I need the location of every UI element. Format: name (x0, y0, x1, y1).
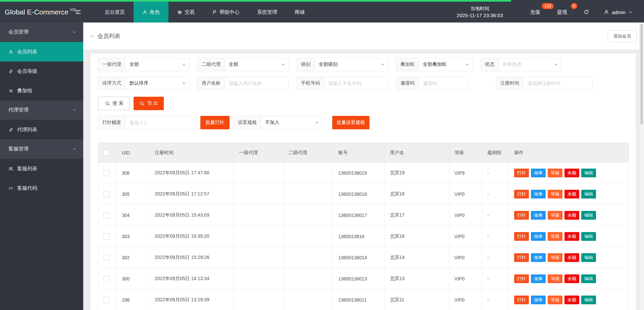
edit-button[interactable]: 编辑 (581, 274, 596, 283)
order-button[interactable]: 做单 (531, 253, 546, 262)
level-button[interactable]: 等级 (548, 211, 562, 220)
cell-rule-group: - (482, 184, 509, 205)
content-area: 一级代理全部二级代理全部级别全部级别叠加组全部叠加组状态所有状态 排序方式默认排… (83, 49, 644, 310)
table-row: 3042022年09月05日 15:43:0913600136017北冥17VI… (98, 205, 629, 226)
filter-group: 手机号码 (297, 77, 388, 90)
balance-button[interactable]: 余额 (564, 232, 579, 241)
add-member-button[interactable]: 添加会员 (608, 30, 637, 42)
edit-button[interactable]: 编辑 (581, 190, 596, 198)
search-button[interactable]: 搜 索 (98, 97, 130, 110)
level-button[interactable]: 等级 (548, 190, 562, 198)
page-scrollbar[interactable] (639, 23, 644, 310)
sidebar-item[interactable]: 叠加组 (0, 81, 83, 100)
nav-item[interactable]: 帮助中心 (203, 2, 248, 23)
balance-button[interactable]: 余额 (564, 169, 579, 177)
filter-label: 手机号码 (297, 77, 324, 90)
row-checkbox[interactable] (103, 170, 109, 176)
sidebar-item[interactable]: 代理列表 (0, 120, 83, 139)
caret-down-icon (282, 64, 285, 66)
needle-button[interactable]: 打针 (514, 190, 529, 198)
edit-button[interactable]: 编辑 (581, 232, 596, 241)
order-button[interactable]: 做单 (531, 169, 546, 177)
filter-label: 排序方式 (98, 77, 126, 90)
export-button[interactable]: 导 出 (134, 97, 164, 110)
scrollbar-thumb[interactable] (640, 24, 643, 125)
level-button[interactable]: 等级 (548, 253, 562, 262)
filter-input[interactable] (324, 77, 388, 90)
sidebar-item[interactable]: 会员等级 (0, 61, 83, 81)
needle-button[interactable]: 打针 (514, 296, 529, 304)
needle-button[interactable]: 打针 (514, 253, 529, 262)
edit-button[interactable]: 编辑 (581, 211, 596, 220)
order-button[interactable]: 做单 (531, 296, 546, 304)
column-header: 账号 (333, 143, 385, 163)
sidebar-group-header[interactable]: 代理管理 (0, 100, 83, 120)
balance-button[interactable]: 余额 (564, 190, 579, 198)
recharge-button[interactable]: 充值 133 (522, 2, 548, 23)
nav-item[interactable]: 商城 (286, 2, 313, 23)
user-menu[interactable]: admin (597, 2, 639, 23)
balance-button[interactable]: 余额 (564, 211, 579, 220)
nav-item[interactable]: 交易 (168, 2, 203, 23)
row-checkbox[interactable] (103, 233, 109, 239)
filter-select[interactable]: 全部 (126, 58, 189, 71)
needle-button[interactable]: 打针 (514, 169, 529, 177)
balance-button[interactable]: 余额 (564, 274, 579, 283)
cell-account: 13600136018 (333, 184, 385, 205)
row-checkbox[interactable] (103, 212, 109, 218)
batch-needle-button[interactable]: 批量打针 (200, 116, 230, 129)
filter-select[interactable]: 所有状态 (499, 58, 561, 71)
balance-button[interactable]: 余额 (564, 296, 579, 304)
caret-down-icon (182, 64, 186, 66)
edit-button[interactable]: 编辑 (581, 296, 596, 304)
batch-spec-button[interactable]: 批量设置规格 (332, 116, 369, 129)
sidebar-item[interactable]: 客服代码 (0, 178, 83, 198)
cell-level: VIP0 (449, 247, 482, 268)
sidebar-group-header[interactable]: 会员管理 (0, 23, 83, 42)
filter-input[interactable] (225, 77, 288, 90)
balance-button[interactable]: 余额 (564, 253, 579, 262)
filter-input[interactable] (524, 77, 592, 90)
filter-group: 叠加组全部叠加组 (396, 58, 473, 71)
edit-button[interactable]: 编辑 (581, 169, 596, 177)
nav-item[interactable]: 后台首页 (96, 2, 134, 23)
needle-button[interactable]: 打针 (514, 232, 529, 241)
needle-amplitude-input[interactable] (126, 116, 196, 129)
refresh-button[interactable] (575, 2, 597, 23)
filter-label: 邀请码 (396, 77, 419, 90)
edit-button[interactable]: 编辑 (581, 253, 596, 262)
sidebar-item[interactable]: 客服列表 (0, 159, 83, 178)
sidebar-toggle-button[interactable] (69, 2, 88, 23)
sidebar-item[interactable]: 会员列表 (0, 42, 83, 61)
order-button[interactable]: 做单 (531, 211, 546, 220)
cell-agent1 (234, 290, 283, 310)
filter-select[interactable]: 全部叠加组 (419, 58, 472, 71)
nav-item[interactable]: 系统管理 (248, 2, 286, 23)
cell-reg-time: 2022年09月05日 17:12:57 (150, 184, 234, 205)
spec-select[interactable]: 不加入 (261, 116, 322, 129)
row-checkbox[interactable] (103, 255, 109, 261)
select-all-checkbox[interactable] (103, 150, 109, 156)
filter-select[interactable]: 全部 (225, 58, 288, 71)
row-checkbox[interactable] (103, 297, 109, 303)
level-button[interactable]: 等级 (548, 232, 562, 241)
level-button[interactable]: 等级 (548, 274, 562, 283)
needle-button[interactable]: 打针 (514, 211, 529, 220)
sidebar-group-header[interactable]: 客服管理 (0, 139, 83, 159)
level-button[interactable]: 等级 (548, 296, 562, 304)
nav-item[interactable]: 角色 (134, 2, 168, 23)
needle-button[interactable]: 打针 (514, 274, 529, 283)
filter-input[interactable] (419, 77, 468, 90)
row-checkbox[interactable] (103, 276, 109, 282)
order-button[interactable]: 做单 (531, 232, 546, 241)
filter-select-value: 全部 (229, 61, 238, 68)
order-button[interactable]: 做单 (531, 190, 546, 198)
nav-item-label: 商城 (295, 9, 305, 15)
level-button[interactable]: 等级 (548, 169, 562, 177)
filter-select[interactable]: 全部级别 (315, 58, 388, 71)
filter-select[interactable]: 默认排序 (126, 77, 189, 90)
order-button[interactable]: 做单 (531, 274, 546, 283)
flag-icon (212, 10, 217, 15)
row-checkbox[interactable] (103, 191, 109, 197)
app-logo-text: Global E-Commerce (5, 8, 68, 16)
